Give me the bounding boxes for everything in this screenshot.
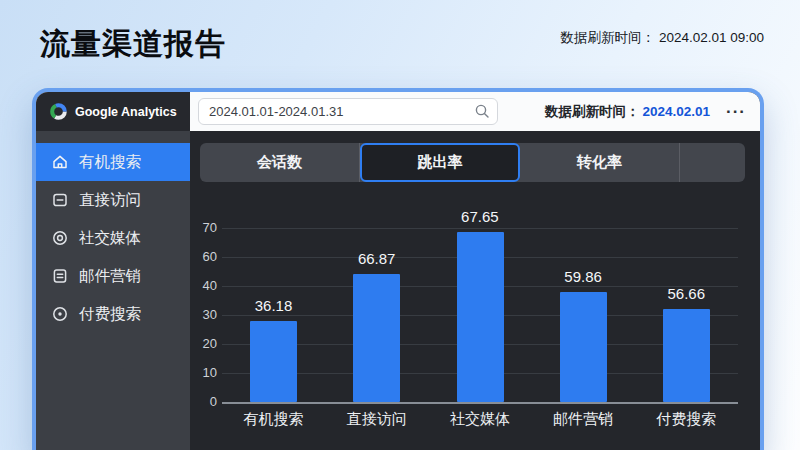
date-range-input[interactable]: [198, 98, 498, 125]
bar-value-label: 56.66: [635, 285, 738, 302]
y-tick-label: 20: [190, 336, 217, 351]
window-refresh-value: 2024.02.01: [642, 104, 710, 119]
grid-line: [222, 228, 738, 229]
y-tick-label: 0: [190, 394, 217, 409]
sidebar-item-label: 直接访问: [79, 190, 141, 211]
x-axis-label: 直接访问: [325, 410, 428, 429]
bullseye-dot-icon: [51, 305, 69, 323]
x-axis-label: 有机搜索: [222, 410, 325, 429]
page-refresh-label: 数据刷新时间：: [560, 30, 655, 45]
window-body: 有机搜索 直接访问 社交媒体: [36, 131, 760, 450]
bar-value-label: 59.86: [532, 268, 635, 285]
document-lines-icon: [51, 267, 69, 285]
bar-value-label: 67.65: [428, 208, 531, 225]
y-tick-label: 30: [190, 307, 217, 322]
bar: [353, 274, 400, 402]
y-tick-label: 60: [190, 249, 217, 264]
x-axis-label: 社交媒体: [428, 410, 531, 429]
analytics-window: Google Analytics 数据刷新时间：2024.02.01 ···: [32, 88, 764, 450]
sidebar-item-social-media[interactable]: 社交媒体: [36, 219, 190, 257]
window-refresh-time: 数据刷新时间：2024.02.01: [545, 103, 710, 121]
bar: [457, 232, 504, 402]
content-area: 会话数 跳出率 转化率 706040302010036.18有机搜索66.87直…: [190, 131, 760, 450]
google-analytics-logo-icon: [49, 102, 68, 121]
bar-value-label: 36.18: [222, 297, 325, 314]
brand-name: Google Analytics: [75, 105, 177, 119]
sidebar: 有机搜索 直接访问 社交媒体: [36, 131, 190, 450]
direct-window-icon: [51, 191, 69, 209]
sidebar-item-label: 社交媒体: [79, 228, 141, 249]
bar-value-label: 66.87: [325, 250, 428, 267]
sidebar-item-label: 邮件营销: [79, 266, 141, 287]
search-icon: [474, 103, 490, 119]
window-header: Google Analytics 数据刷新时间：2024.02.01 ···: [36, 92, 760, 131]
window-refresh-label: 数据刷新时间：: [545, 104, 640, 119]
bar: [560, 292, 607, 402]
page-header: 流量渠道报告 数据刷新时间：2024.02.01 09:00: [40, 16, 764, 72]
bar: [250, 321, 297, 402]
sidebar-item-email-marketing[interactable]: 邮件营销: [36, 257, 190, 295]
brand-cell: Google Analytics: [36, 92, 190, 131]
sidebar-item-organic-search[interactable]: 有机搜索: [36, 143, 190, 181]
sidebar-item-label: 有机搜索: [79, 152, 141, 173]
window-header-right: 数据刷新时间：2024.02.01 ···: [190, 92, 760, 131]
bar: [663, 309, 710, 402]
x-axis-line: [222, 402, 738, 404]
y-tick-label: 10: [190, 365, 217, 380]
page-refresh-time: 数据刷新时间：2024.02.01 09:00: [560, 29, 764, 47]
bounce-rate-bar-chart: 706040302010036.18有机搜索66.87直接访问67.65社交媒体…: [190, 131, 760, 450]
sidebar-item-paid-search[interactable]: 付费搜索: [36, 295, 190, 333]
sidebar-item-label: 付费搜索: [79, 304, 141, 325]
y-tick-label: 70: [190, 220, 217, 235]
y-tick-label: 40: [190, 278, 217, 293]
home-icon: [51, 153, 69, 171]
sidebar-item-direct[interactable]: 直接访问: [36, 181, 190, 219]
page-refresh-value: 2024.02.01 09:00: [659, 30, 764, 45]
more-menu-button[interactable]: ···: [726, 103, 746, 120]
target-circle-icon: [51, 229, 69, 247]
x-axis-label: 付费搜索: [635, 410, 738, 429]
x-axis-label: 邮件营销: [532, 410, 635, 429]
